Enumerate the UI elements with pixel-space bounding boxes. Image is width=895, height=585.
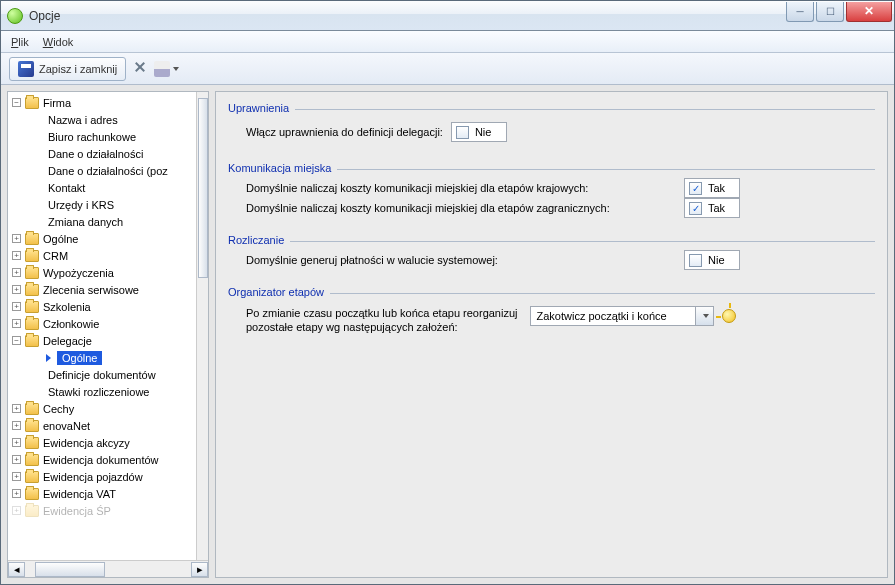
tree-node-crm[interactable]: +CRM	[8, 247, 196, 264]
folder-icon	[25, 454, 39, 466]
tree-node-ew-sp[interactable]: +Ewidencja ŚP	[8, 502, 196, 519]
expand-icon[interactable]: +	[12, 251, 21, 260]
tree-node[interactable]: Stawki rozliczeniowe	[8, 383, 196, 400]
perm-toggle-field[interactable]: Nie	[451, 122, 507, 142]
expand-icon[interactable]: +	[12, 319, 21, 328]
tree-node-delegacje-ogolne[interactable]: Ogólne	[8, 349, 196, 366]
folder-icon	[25, 250, 39, 262]
tree-node-wypozyczenia[interactable]: +Wypożyczenia	[8, 264, 196, 281]
window-title: Opcje	[29, 9, 60, 23]
expand-icon[interactable]: +	[12, 404, 21, 413]
navigation-tree[interactable]: − Firma Nazwa i adres Biuro rachunkowe D…	[8, 92, 196, 560]
menu-file[interactable]: Plik	[11, 36, 29, 48]
tree-label: Ewidencja dokumentów	[43, 454, 159, 466]
folder-icon	[25, 488, 39, 500]
app-icon	[7, 8, 23, 24]
checkbox-icon[interactable]: ✓	[689, 202, 702, 215]
tree-node[interactable]: Biuro rachunkowe	[8, 128, 196, 145]
tree-node[interactable]: Dane o działalności	[8, 145, 196, 162]
menubar: Plik Widok	[1, 31, 894, 53]
tree-label: Stawki rozliczeniowe	[48, 386, 149, 398]
expand-icon[interactable]: +	[12, 234, 21, 243]
group-organizator: Organizator etapów Po zmianie czasu pocz…	[228, 286, 875, 348]
tree-node[interactable]: Definicje dokumentów	[8, 366, 196, 383]
collapse-icon[interactable]: −	[12, 98, 21, 107]
combo-value: Zakotwicz początki i końce	[531, 310, 695, 322]
checkbox-icon[interactable]	[689, 254, 702, 267]
tree-label: Ewidencja pojazdów	[43, 471, 143, 483]
hint-bulb-icon[interactable]	[722, 309, 736, 323]
menu-view[interactable]: Widok	[43, 36, 74, 48]
tree-node-szkolenia[interactable]: +Szkolenia	[8, 298, 196, 315]
tree-label: Kontakt	[48, 182, 85, 194]
tree-node-cechy[interactable]: +Cechy	[8, 400, 196, 417]
group-title: Uprawnienia	[228, 102, 289, 114]
tree-node[interactable]: Kontakt	[8, 179, 196, 196]
arrow-right-icon	[46, 354, 51, 362]
folder-icon	[25, 403, 39, 415]
print-dropdown[interactable]	[154, 61, 179, 77]
tree-node[interactable]: Nazwa i adres	[8, 111, 196, 128]
expand-icon[interactable]: +	[12, 455, 21, 464]
group-title: Komunikacja miejska	[228, 162, 331, 174]
tree-node[interactable]: Zmiana danych	[8, 213, 196, 230]
tree-node-firma[interactable]: − Firma	[8, 94, 196, 111]
scroll-right-button[interactable]: ▸	[191, 562, 208, 577]
expand-icon[interactable]: +	[12, 302, 21, 311]
kom-zagr-toggle[interactable]: ✓ Tak	[684, 198, 740, 218]
expand-icon[interactable]: +	[12, 506, 21, 515]
tree-label: Zmiana danych	[48, 216, 123, 228]
chevron-down-icon	[173, 67, 179, 71]
tree-node-czlonkowie[interactable]: +Członkowie	[8, 315, 196, 332]
expand-icon[interactable]: +	[12, 268, 21, 277]
collapse-icon[interactable]: −	[12, 336, 21, 345]
save-and-close-button[interactable]: Zapisz i zamknij	[9, 57, 126, 81]
tree-node-delegacje[interactable]: −Delegacje	[8, 332, 196, 349]
minimize-button[interactable]: ─	[786, 2, 814, 22]
tree-label: Szkolenia	[43, 301, 91, 313]
tree-node-ew-dok[interactable]: +Ewidencja dokumentów	[8, 451, 196, 468]
tree-node-ew-akcyzy[interactable]: +Ewidencja akcyzy	[8, 434, 196, 451]
expand-icon[interactable]: +	[12, 489, 21, 498]
tools-icon[interactable]	[132, 61, 148, 77]
tree-label: Dane o działalności	[48, 148, 143, 160]
rozl-toggle[interactable]: Nie	[684, 250, 740, 270]
scroll-thumb[interactable]	[198, 98, 208, 278]
checkbox-icon[interactable]	[456, 126, 469, 139]
organizer-mode-combo[interactable]: Zakotwicz początki i końce	[530, 306, 714, 326]
tree-node[interactable]: Dane o działalności (poz	[8, 162, 196, 179]
folder-icon	[25, 420, 39, 432]
tree-label: Zlecenia serwisowe	[43, 284, 139, 296]
scroll-left-button[interactable]: ◂	[8, 562, 25, 577]
kom-kraj-toggle[interactable]: ✓ Tak	[684, 178, 740, 198]
field-label: Po zmianie czasu początku lub końca etap…	[246, 306, 518, 320]
expand-icon[interactable]: +	[12, 421, 21, 430]
tree-node[interactable]: Urzędy i KRS	[8, 196, 196, 213]
tree-node-zlecenia[interactable]: +Zlecenia serwisowe	[8, 281, 196, 298]
save-close-label: Zapisz i zamknij	[39, 63, 117, 75]
titlebar[interactable]: Opcje ─ ☐ ✕	[1, 1, 894, 31]
content-panel: Uprawnienia Włącz uprawnienia do definic…	[215, 91, 888, 578]
folder-icon	[25, 233, 39, 245]
chevron-down-icon[interactable]	[695, 307, 713, 325]
tree-node-ew-vat[interactable]: +Ewidencja VAT	[8, 485, 196, 502]
scroll-thumb[interactable]	[35, 562, 105, 577]
save-icon	[18, 61, 34, 77]
expand-icon[interactable]: +	[12, 438, 21, 447]
checkbox-icon[interactable]: ✓	[689, 182, 702, 195]
tree-node-enovanet[interactable]: +enovaNet	[8, 417, 196, 434]
horizontal-scrollbar[interactable]: ◂ ▸	[8, 560, 208, 577]
field-label: pozostałe etapy wg następujących założeń…	[246, 320, 518, 334]
tree-label: Definicje dokumentów	[48, 369, 156, 381]
options-window: Opcje ─ ☐ ✕ Plik Widok Zapisz i zamknij …	[0, 0, 895, 585]
maximize-button[interactable]: ☐	[816, 2, 844, 22]
print-icon	[154, 61, 170, 77]
folder-icon	[25, 318, 39, 330]
close-button[interactable]: ✕	[846, 2, 892, 22]
tree-node-ogolne[interactable]: +Ogólne	[8, 230, 196, 247]
tree-node-ew-poj[interactable]: +Ewidencja pojazdów	[8, 468, 196, 485]
field-label: Domyślnie generuj płatności w walucie sy…	[246, 254, 498, 266]
vertical-scrollbar[interactable]	[196, 92, 208, 560]
expand-icon[interactable]: +	[12, 472, 21, 481]
expand-icon[interactable]: +	[12, 285, 21, 294]
